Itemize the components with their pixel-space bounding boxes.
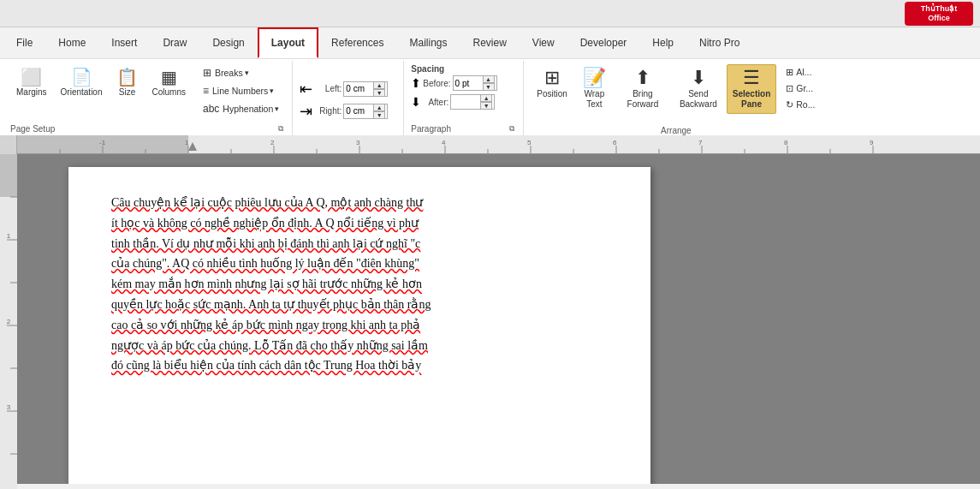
indent-right-down[interactable]: ▼	[373, 111, 385, 119]
tab-design[interactable]: Design	[199, 27, 257, 58]
line-numbers-button[interactable]: ≡ Line Numbers ▾	[197, 82, 285, 99]
indent-right-field-row: Right: ▲ ▼	[316, 104, 388, 119]
tab-nitro[interactable]: Nitro Pro	[686, 27, 752, 58]
ribbon-group-page-setup: ⬜ Margins 📄 Orientation 📋 Size ▦ Columns	[3, 61, 293, 135]
tab-references[interactable]: References	[318, 27, 396, 58]
page-setup-small-btns: ⊞ Breaks ▾ ≡ Line Numbers ▾ abc Hyphenat…	[197, 64, 285, 117]
orientation-button[interactable]: 📄 Orientation	[55, 64, 109, 102]
wrap-text-icon: 📝	[583, 69, 606, 87]
margins-button[interactable]: ⬜ Margins	[10, 64, 53, 102]
indent-left-down[interactable]: ▼	[373, 89, 385, 97]
tab-mailings[interactable]: Mailings	[396, 27, 460, 58]
svg-text:3: 3	[356, 139, 360, 146]
page-setup-content: ⬜ Margins 📄 Orientation 📋 Size ▦ Columns	[10, 64, 285, 122]
logo-text: ThủThuậtOffice	[921, 4, 958, 23]
text-line-7: cao cả so với những kẻ áp bức mình ngay …	[111, 319, 420, 331]
tab-insert[interactable]: Insert	[98, 27, 150, 58]
tab-home[interactable]: Home	[45, 27, 98, 58]
line-numbers-label: Line Numbers	[212, 86, 268, 96]
send-backward-icon: ⬇	[691, 69, 706, 87]
hyphenation-button[interactable]: abc Hyphenation ▾	[197, 100, 285, 117]
size-button[interactable]: 📋 Size	[110, 64, 145, 102]
line-numbers-dropdown-icon: ▾	[270, 86, 274, 95]
paragraph-1: Câu chuyện kể lại cuộc phiêu lưu của A Q…	[111, 193, 625, 213]
ribbon-group-arrange: ⊞ Position 📝 Wrap Text ⬆ Bring Forward ⬇…	[524, 61, 828, 135]
spacing-group-footer: Paragraph ⧉	[411, 122, 516, 135]
hyphenation-label: Hyphenation	[223, 104, 273, 114]
align-icon: ⊞	[786, 67, 793, 77]
indent-left-icon: ⇤	[300, 80, 312, 98]
ribbon-group-spacing: Spacing ⬆ Before: ▲ ▼ ⬇	[404, 61, 524, 135]
paragraph-3: tinh thần. Ví dụ như mỗi khi anh bị đánh…	[111, 234, 625, 254]
line-numbers-icon: ≡	[203, 85, 209, 97]
selection-pane-label: Selection Pane	[733, 89, 770, 110]
tab-draw[interactable]: Draw	[150, 27, 199, 58]
text-line-3: tinh thần. Ví dụ như mỗi khi anh bị đánh…	[111, 237, 420, 250]
indent-left-input[interactable]: ▲ ▼	[343, 81, 388, 97]
position-button[interactable]: ⊞ Position	[531, 64, 573, 104]
text-line-4: của chúng". AQ có nhiều tình huống lý lu…	[111, 257, 419, 270]
text-line-5: kém may mắn hơn mình nhưng lại sợ hãi tr…	[111, 277, 422, 290]
arrange-group-footer: Arrange	[531, 126, 821, 135]
ribbon-tab-row: File Home Insert Draw Design Layout Refe…	[0, 27, 980, 58]
spacing-after-down[interactable]: ▼	[480, 102, 492, 110]
indent-left-value[interactable]	[346, 84, 371, 93]
breaks-button[interactable]: ⊞ Breaks ▾	[197, 64, 285, 81]
spacing-after-row: ⬇ After: ▲ ▼	[411, 94, 495, 110]
paragraph-dialog-launcher[interactable]: ⧉	[508, 122, 516, 135]
page-setup-dialog-launcher[interactable]: ⧉	[276, 122, 285, 135]
spacing-before-field: Before: ▲ ▼	[423, 75, 496, 91]
spacing-before-down[interactable]: ▼	[483, 83, 495, 91]
spacing-before-up[interactable]: ▲	[483, 75, 495, 83]
spacing-before-input[interactable]: ▲ ▼	[453, 75, 497, 91]
spacing-before-row: ⬆ Before: ▲ ▼	[411, 75, 496, 91]
indent-left-spinners[interactable]: ▲ ▼	[373, 81, 385, 97]
rotate-button[interactable]: ↻ Ro...	[780, 97, 821, 112]
indent-right-label: Right:	[316, 106, 342, 116]
indent-left-up[interactable]: ▲	[373, 81, 385, 89]
selection-pane-button[interactable]: ☰ Selection Pane	[727, 64, 776, 114]
spacing-after-spinners[interactable]: ▲ ▼	[480, 94, 492, 110]
spacing-before-value[interactable]	[455, 79, 481, 88]
indent-right-up[interactable]: ▲	[373, 104, 385, 111]
indent-left-label: Left:	[316, 84, 342, 93]
group-icon: ⊡	[786, 83, 793, 93]
indent-left-field-row: Left: ▲ ▼	[316, 81, 388, 97]
spacing-before-spinners[interactable]: ▲ ▼	[483, 75, 495, 91]
app-logo: ThủThuậtOffice	[905, 2, 973, 26]
tab-view[interactable]: View	[520, 27, 567, 58]
align-button[interactable]: ⊞ Al...	[780, 64, 821, 80]
indent-right-spinners[interactable]: ▲ ▼	[373, 104, 385, 119]
svg-text:8: 8	[784, 139, 788, 146]
paragraph-4: của chúng". AQ có nhiều tình huống lý lu…	[111, 253, 625, 274]
columns-icon: ▦	[161, 69, 177, 86]
indent-right-value[interactable]	[346, 106, 371, 116]
indent-right-input[interactable]: ▲ ▼	[343, 104, 388, 119]
tab-layout[interactable]: Layout	[258, 27, 318, 58]
page-setup-group-label: Page Setup ⧉	[10, 122, 285, 135]
wrap-text-label: Wrap Text	[585, 89, 605, 110]
send-backward-button[interactable]: ⬇ Send Backward	[674, 64, 723, 114]
tab-review[interactable]: Review	[460, 27, 519, 58]
spacing-after-value[interactable]	[453, 98, 478, 107]
svg-text:7: 7	[698, 139, 703, 146]
svg-text:1: 1	[7, 232, 11, 240]
tab-developer[interactable]: Developer	[567, 27, 640, 58]
spacing-after-input[interactable]: ▲ ▼	[450, 94, 495, 110]
orientation-label: Orientation	[61, 87, 103, 98]
paragraph-5: kém may mắn hơn mình nhưng lại sợ hãi tr…	[111, 274, 625, 295]
position-label: Position	[537, 89, 567, 99]
paragraph-8: ngược và áp bức của chúng. Lỗ Tấn đã cho…	[111, 336, 625, 356]
group-button[interactable]: ⊡ Gr...	[780, 81, 821, 96]
text-line-1: Câu chuyện kể lại cuộc phiêu lưu của A Q…	[111, 196, 423, 209]
tab-help[interactable]: Help	[639, 27, 686, 58]
wrap-text-button[interactable]: 📝 Wrap Text	[577, 64, 612, 114]
tab-file[interactable]: File	[3, 27, 45, 58]
spacing-after-up[interactable]: ▲	[480, 94, 492, 102]
bring-forward-button[interactable]: ⬆ Bring Forward	[615, 64, 670, 114]
send-backward-label: Send Backward	[680, 89, 717, 110]
text-line-8: ngược và áp bức của chúng. Lỗ Tấn đã cho…	[111, 339, 428, 352]
ribbon-content: ⬜ Margins 📄 Orientation 📋 Size ▦ Columns	[0, 58, 980, 135]
columns-button[interactable]: ▦ Columns	[146, 64, 192, 102]
paragraph-2: ít học và không có nghề nghiệp ổn định. …	[111, 213, 625, 234]
